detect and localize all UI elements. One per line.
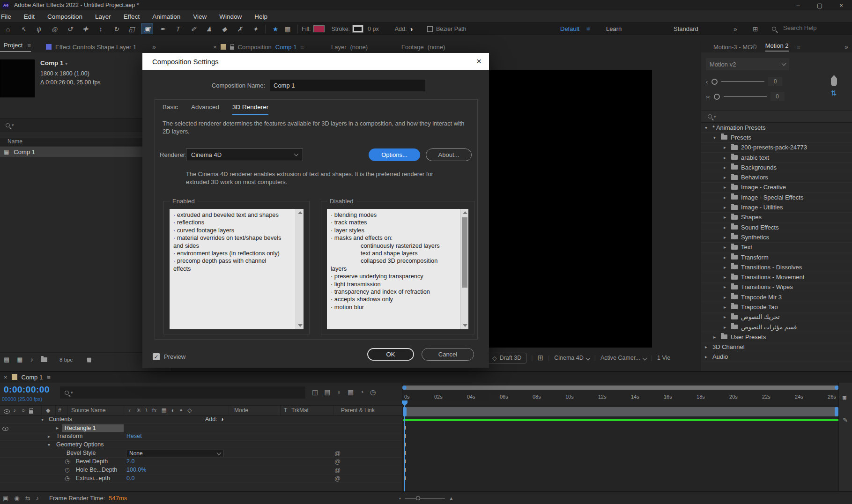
chevron-icon[interactable] — [724, 165, 728, 170]
chevron-icon[interactable] — [724, 295, 728, 300]
view-count-selector[interactable]: 1 Vie — [657, 355, 670, 361]
preset-tree-item[interactable]: Synthetics — [701, 232, 852, 242]
tab-timeline-comp[interactable]: Comp 1 — [22, 374, 43, 381]
options-button[interactable]: Options... — [369, 148, 420, 161]
audio-preview-icon[interactable]: ♪ — [36, 495, 39, 502]
frame-blending-toggle-icon[interactable]: ▦ — [348, 388, 354, 396]
grid-icon[interactable]: ▦ — [17, 356, 22, 363]
renderer-dropdown[interactable]: Cinema 4D — [186, 148, 303, 161]
scroll-up-icon[interactable] — [463, 211, 467, 214]
dialog-tab[interactable]: 3D Renderer — [232, 104, 268, 115]
stopwatch-icon[interactable]: ◷ — [65, 475, 69, 482]
menu-item[interactable]: Window — [219, 13, 242, 20]
workspace-panel-icon[interactable]: ⊞ — [753, 25, 758, 33]
work-area-bar[interactable] — [403, 407, 838, 416]
layer-in-point[interactable]: I — [403, 450, 407, 456]
hole-bevel-depth-value[interactable]: 100.0% — [126, 467, 146, 473]
timeline-horizontal-scrollbar[interactable] — [402, 385, 839, 390]
bezier-path-checkbox[interactable] — [427, 26, 433, 32]
overflow-icon[interactable]: » — [733, 25, 737, 33]
tab-effect-controls[interactable]: Effect Controls Shape Layer 1 — [55, 44, 136, 51]
row-contents[interactable]: ▾ Contents Add: ◑ — [0, 415, 402, 424]
disabled-list-scrollbar[interactable] — [460, 209, 468, 329]
bevel-style-dropdown[interactable]: None — [126, 450, 224, 457]
pickwhip-icon[interactable]: @ — [334, 458, 341, 465]
comp-mini-flowchart-icon[interactable]: ◫ — [312, 388, 318, 396]
tab-project[interactable]: Project — [0, 42, 27, 52]
parent-link-column[interactable]: Parent & Link — [341, 407, 375, 414]
pickwhip-icon[interactable]: @ — [334, 475, 341, 482]
snapshot-icon[interactable]: ◉ — [14, 495, 19, 502]
ok-button[interactable]: OK — [367, 348, 414, 361]
chevron-icon[interactable] — [705, 344, 709, 349]
layer-in-point[interactable]: I — [403, 425, 407, 430]
zoom-tool[interactable]: ◎ — [48, 23, 60, 34]
chevron-closed-icon[interactable]: ▸ — [56, 425, 59, 430]
chevron-closed-icon[interactable]: ▸ — [48, 434, 50, 439]
bevel-depth-value[interactable]: 2.0 — [126, 458, 134, 465]
preset-tree-item[interactable]: 200-presets-pack-24773 — [701, 143, 852, 153]
camera-selector[interactable]: Active Camer... — [600, 355, 646, 361]
chevron-icon[interactable] — [724, 245, 728, 250]
preset-tree-item[interactable]: arabic text — [701, 153, 852, 163]
about-button[interactable]: About... — [426, 148, 472, 161]
presets-search[interactable]: ▾ — [701, 111, 852, 123]
overflow-icon[interactable]: » — [152, 43, 156, 51]
extrusion-depth-value[interactable]: 0.0 — [126, 475, 134, 482]
adjustment-layer-icon[interactable]: ◓ — [179, 407, 183, 414]
preset-tree-item[interactable]: Image - Utilities — [701, 202, 852, 212]
chevron-icon[interactable] — [724, 274, 728, 280]
preset-tree-item[interactable]: Text — [701, 243, 852, 252]
chevron-icon[interactable] — [713, 334, 718, 340]
slider2-handle[interactable] — [714, 94, 720, 100]
chevron-down-icon[interactable]: ▾ — [65, 61, 67, 66]
puppet-pin-tool[interactable]: ✦ — [249, 23, 261, 34]
timeline-panel-menu-icon[interactable]: ≡ — [47, 374, 51, 381]
scroll-down-icon[interactable] — [463, 324, 467, 327]
chevron-icon[interactable] — [724, 284, 728, 289]
pickwhip-icon[interactable]: @ — [334, 450, 341, 457]
close-icon[interactable]: × — [213, 44, 217, 51]
cancel-button[interactable]: Cancel — [422, 348, 474, 361]
work-area-end-handle[interactable] — [835, 407, 838, 416]
chevron-icon[interactable] — [724, 205, 728, 210]
dialog-title-bar[interactable]: Composition Settings × — [142, 53, 489, 70]
search-help-input[interactable] — [783, 24, 844, 31]
dolly-camera-tool[interactable]: ↕ — [95, 23, 107, 34]
view-layout-icon[interactable]: ⊞ — [537, 354, 543, 362]
row-extrusion-depth[interactable]: ◷ Extrusi...epth 0.0 @ — [0, 474, 402, 483]
chevron-icon[interactable] — [724, 145, 728, 150]
slider2-value[interactable]: 0 — [771, 92, 785, 101]
preset-tree-item[interactable]: Shapes — [701, 213, 852, 222]
draft-3d-button[interactable]: ◇ Draft 3D — [487, 353, 526, 363]
label-column-icon[interactable]: ◆ — [46, 407, 50, 414]
type-tool[interactable]: T — [172, 23, 184, 34]
color-depth-button[interactable]: 8 bpc — [59, 357, 73, 363]
preset-tree-item[interactable]: Transitions - Wipes — [701, 282, 852, 292]
project-panel-menu-icon[interactable]: ≡ — [27, 42, 31, 52]
stroke-color-swatch[interactable] — [353, 25, 363, 32]
scroll-up-icon[interactable] — [298, 211, 303, 214]
chevron-icon[interactable] — [724, 175, 728, 180]
stopwatch-icon[interactable]: ◷ — [65, 458, 69, 465]
hand-tool[interactable]: ψ — [33, 23, 45, 34]
menu-item[interactable]: Layer — [95, 13, 111, 20]
draft-3d-toggle-icon[interactable]: ▤ — [324, 388, 330, 396]
chevron-icon[interactable] — [724, 265, 728, 270]
renderer-indicator[interactable]: Cinema 4D — [554, 355, 590, 361]
preset-tree-item[interactable]: Image - Special Effects — [701, 193, 852, 202]
menu-item[interactable]: Composition — [47, 13, 82, 20]
slider1-handle[interactable] — [711, 79, 718, 85]
current-time-display[interactable]: 0:00:00:00 — [4, 385, 50, 395]
add-icon[interactable]: ◑ — [220, 416, 224, 422]
pan-behind-tool[interactable]: ◱ — [126, 23, 138, 34]
lock-icon[interactable] — [230, 46, 234, 50]
frame-blend-icon[interactable]: ▦ — [161, 407, 166, 414]
chevron-icon[interactable] — [713, 135, 718, 140]
chevron-icon[interactable] — [724, 195, 728, 200]
workspace-learn[interactable]: Learn — [606, 25, 622, 32]
preset-tree-item[interactable]: Audio — [701, 352, 852, 362]
eraser-tool[interactable]: ◆ — [218, 23, 230, 34]
preset-tree-item[interactable]: 3D Channel — [701, 342, 852, 352]
comp-marker-bin-icon[interactable]: ◙ — [843, 394, 846, 401]
